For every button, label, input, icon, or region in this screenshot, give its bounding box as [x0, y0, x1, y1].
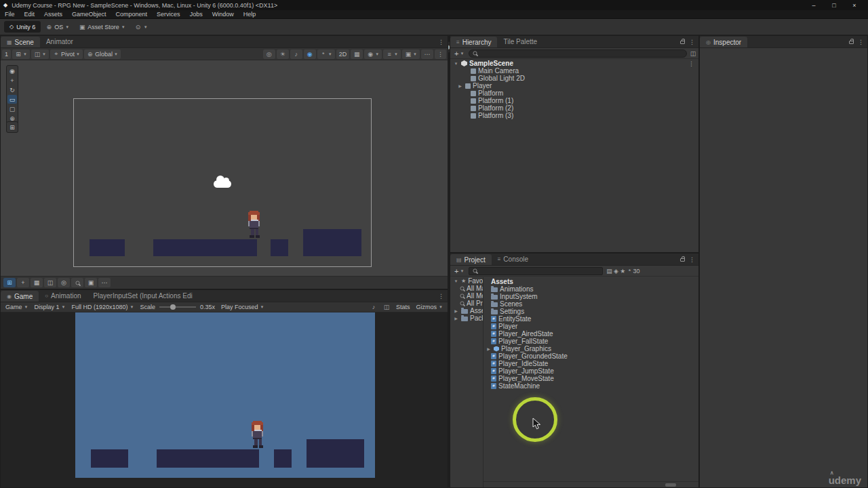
- hierarchy-search-input[interactable]: [480, 50, 683, 57]
- global-dropdown[interactable]: ⊕Global▼: [84, 49, 121, 59]
- platform-sprite[interactable]: [271, 239, 288, 256]
- packages-root-folder[interactable]: ▶ Packages: [450, 314, 483, 322]
- hierarchy-item-platform-2[interactable]: Platform (2): [450, 104, 698, 112]
- snap-move-button[interactable]: ⊞: [3, 278, 16, 287]
- maximize-button[interactable]: □: [824, 0, 844, 10]
- tab-inspector[interactable]: ◎ Inspector: [700, 37, 747, 47]
- snap-settings-button[interactable]: ◫▼: [31, 49, 49, 59]
- menu-gameobject[interactable]: GameObject: [67, 10, 111, 19]
- grid-tool-button[interactable]: ⊞: [7, 123, 17, 131]
- project-item-scenes[interactable]: Scenes: [484, 300, 698, 308]
- snap-rotation-button[interactable]: ◎: [58, 278, 70, 287]
- platform-os-dropdown[interactable]: ⊕ OS ▼: [41, 21, 74, 33]
- move-tool-button[interactable]: +: [7, 76, 17, 85]
- expand-icon[interactable]: ▶: [486, 346, 492, 351]
- hierarchy-item-player[interactable]: ▶ Player: [450, 82, 698, 89]
- scene-lighting-toggle[interactable]: ☀: [277, 49, 289, 59]
- expand-icon[interactable]: ▶: [453, 316, 459, 321]
- cloud-sprite[interactable]: [214, 180, 231, 188]
- pivot-dropdown[interactable]: ⌖Pivot▼: [50, 49, 83, 59]
- effects-dropdown[interactable]: *▼: [317, 49, 335, 59]
- game-panel-menu-icon[interactable]: ⋮: [438, 293, 444, 300]
- expand-icon[interactable]: ▶: [453, 308, 459, 313]
- hierarchy-item-main-camera[interactable]: Main Camera: [450, 67, 698, 75]
- rect-tool-button[interactable]: ▢: [7, 104, 17, 113]
- lock-icon[interactable]: [680, 258, 685, 262]
- hierarchy-item-global-light[interactable]: Global Light 2D: [450, 75, 698, 82]
- mute-audio-toggle[interactable]: ♪: [368, 304, 379, 310]
- platform-sprite[interactable]: [90, 239, 125, 256]
- lock-icon[interactable]: [849, 41, 854, 44]
- hierarchy-item-platform-1[interactable]: Platform (1): [450, 97, 698, 104]
- menu-services[interactable]: Services: [152, 10, 185, 19]
- lock-icon[interactable]: [680, 41, 685, 44]
- assets-root-folder[interactable]: ▶ Assets: [450, 307, 483, 314]
- project-menu-icon[interactable]: ⋮: [689, 256, 695, 263]
- snap-rect-button[interactable]: ▦: [31, 278, 43, 287]
- project-item-statemachine[interactable]: # StateMachine: [484, 382, 698, 390]
- hierarchy-scene-root[interactable]: ▼ SampleScene ⋮: [450, 60, 698, 67]
- menu-help[interactable]: Help: [239, 10, 261, 19]
- project-item-animations[interactable]: Animations: [484, 285, 698, 293]
- frame-center-button[interactable]: ◎: [263, 49, 275, 59]
- create-object-button[interactable]: +▼: [452, 49, 466, 58]
- create-asset-button[interactable]: +▼: [452, 267, 466, 275]
- project-item-entitystate[interactable]: # EntityState: [484, 315, 698, 323]
- favorites-root[interactable]: ▼ ★ Favorites: [450, 277, 483, 285]
- expand-icon[interactable]: ▶: [457, 83, 463, 88]
- rotate-tool-button[interactable]: ↻: [7, 85, 17, 94]
- scene-visibility-icon[interactable]: ◫: [690, 50, 696, 57]
- scale-slider[interactable]: [159, 306, 196, 308]
- services-dropdown[interactable]: ⊙ ▼: [130, 21, 153, 33]
- project-item-player-airedstate[interactable]: # Player_AiredState: [484, 330, 698, 338]
- tab-project[interactable]: ▤ Project: [450, 254, 492, 265]
- resolution-dropdown[interactable]: Full HD (1920x1080)▼: [69, 304, 136, 310]
- scene-effects-toggle[interactable]: ◉: [304, 49, 316, 59]
- snap-grid-button[interactable]: +: [17, 278, 29, 287]
- game-viewport[interactable]: [1, 312, 448, 487]
- project-item-player-movestate[interactable]: # Player_MoveState: [484, 375, 698, 382]
- unity-version-badge[interactable]: ◇ Unity 6: [4, 21, 41, 33]
- hierarchy-item-platform[interactable]: Platform: [450, 89, 698, 97]
- filter-dropdown[interactable]: ≡▼: [383, 49, 401, 59]
- project-item-player-graphics[interactable]: ▶ Player_Graphics: [484, 345, 698, 352]
- scene-viewport[interactable]: ◉ + ↻ ▭ ▢ ⊕ ⊞ ⊞ + ▦ ◫ ◎ ▣ ⋯: [1, 60, 448, 289]
- stats-toggle[interactable]: Stats: [394, 304, 412, 310]
- grid-settings-button[interactable]: ⊞▼: [12, 49, 30, 59]
- tool-context-badge[interactable]: 1: [2, 49, 11, 59]
- project-item-player-idlestate[interactable]: # Player_IdleState: [484, 360, 698, 367]
- hierarchy-menu-icon[interactable]: ⋮: [689, 39, 695, 45]
- platform-sprite[interactable]: [153, 239, 257, 256]
- project-item-player-groundedstate[interactable]: # Player_GroundedState: [484, 352, 698, 360]
- snap-camera-button[interactable]: ▣: [85, 278, 97, 287]
- scrollbar-handle[interactable]: [665, 483, 676, 487]
- collapse-icon[interactable]: ▼: [453, 62, 459, 66]
- favorite-all-models[interactable]: All Models: [450, 292, 483, 300]
- project-search-input[interactable]: [480, 268, 599, 274]
- vsync-toggle[interactable]: ◫: [381, 304, 392, 310]
- scene-audio-toggle[interactable]: ♪: [290, 49, 302, 59]
- tab-animation[interactable]: ○ Animation: [39, 290, 87, 302]
- search-by-type-icon[interactable]: ▤: [606, 268, 612, 274]
- more-tools-button[interactable]: ⋯: [421, 49, 433, 59]
- asset-store-dropdown[interactable]: ▣ Asset Store ▼: [74, 21, 130, 33]
- hierarchy-item-platform-3[interactable]: Platform (3): [450, 112, 698, 119]
- tab-game[interactable]: ◉ Game: [1, 291, 39, 302]
- tab-animator[interactable]: Animator: [40, 36, 79, 47]
- menu-assets[interactable]: Assets: [39, 10, 67, 19]
- favorite-all-prefabs[interactable]: All Prefabs: [450, 300, 483, 307]
- scene-toolbar-menu[interactable]: ⋮: [435, 49, 446, 59]
- tab-player-input-set[interactable]: PlayerInputSet (Input Actions Edi: [87, 290, 199, 302]
- menu-edit[interactable]: Edit: [20, 10, 40, 19]
- 2d-toggle[interactable]: 2D: [336, 49, 350, 59]
- game-mode-dropdown[interactable]: Game▼: [3, 304, 30, 310]
- scene-panel-menu-icon[interactable]: ⋮: [438, 39, 444, 45]
- menu-jobs[interactable]: Jobs: [185, 10, 208, 19]
- view-tool-button[interactable]: ◉: [7, 66, 17, 75]
- search-by-label-icon[interactable]: ◈: [612, 268, 619, 274]
- platform-sprite[interactable]: [303, 229, 361, 256]
- project-horizontal-scrollbar[interactable]: [484, 481, 698, 487]
- inspector-menu-icon[interactable]: ⋮: [858, 39, 864, 45]
- menu-file[interactable]: File: [0, 10, 20, 19]
- camera-settings-dropdown[interactable]: ▣▼: [402, 49, 420, 59]
